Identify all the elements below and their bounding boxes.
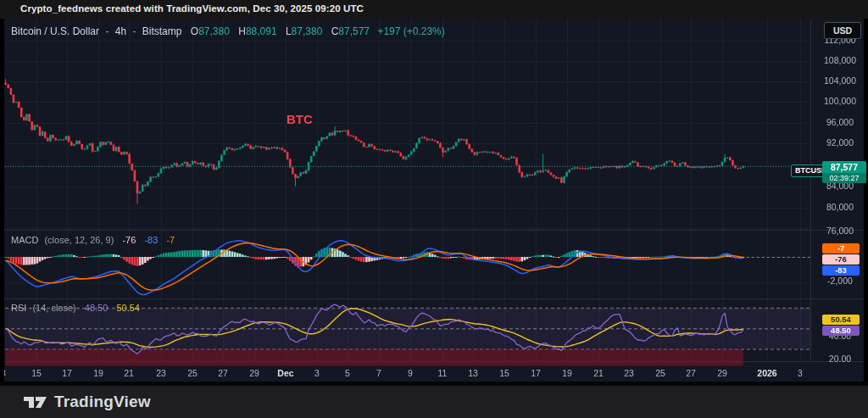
indicator-value-badge: -83 bbox=[822, 265, 860, 276]
time-tick-label: 3 bbox=[798, 368, 803, 378]
open-letter: O bbox=[191, 25, 198, 37]
indicator-value-badge: 50.54 bbox=[822, 315, 860, 325]
time-tick-label: 29 bbox=[717, 368, 727, 378]
footer-bar: TradingView bbox=[0, 386, 868, 418]
indicator-value-badge: 48.50 bbox=[822, 326, 860, 336]
tradingview-brand-text: TradingView bbox=[54, 393, 151, 411]
time-tick-label: 23 bbox=[624, 368, 634, 378]
tradingview-logo-icon bbox=[23, 393, 47, 410]
time-tick-label: 21 bbox=[593, 368, 604, 378]
time-tick-label: 15 bbox=[499, 368, 509, 378]
time-tick-label: 23 bbox=[156, 368, 166, 378]
time-tick-label: 2026 bbox=[757, 368, 776, 378]
high-value: 88,091 bbox=[246, 25, 277, 37]
time-tick-label: 17 bbox=[62, 368, 72, 378]
macd-signal-value: -7 bbox=[166, 235, 175, 245]
time-tick-label: 11 bbox=[438, 368, 448, 378]
time-tick-label: 21 bbox=[124, 368, 134, 378]
macd-label[interactable]: MACD bbox=[11, 235, 38, 245]
price-tick-label: 104,000 bbox=[815, 75, 865, 86]
rsi-ma-value: 50.54 bbox=[116, 303, 140, 313]
title-bar: Crypto_feednews created with TradingView… bbox=[0, 0, 868, 19]
price-tick-label: 92,000 bbox=[815, 137, 865, 148]
macd-params: (close, 12, 26, 9) bbox=[44, 235, 114, 245]
page-title: Crypto_feednews created with TradingView… bbox=[20, 3, 364, 14]
right-edge-strip bbox=[864, 19, 868, 382]
rsi-legend[interactable]: RSI (14, close) 48.50 50.54 bbox=[11, 303, 140, 313]
legend-separator: - bbox=[105, 25, 108, 37]
time-tick-label: 25 bbox=[655, 368, 665, 378]
time-tick-label: 13 bbox=[468, 368, 478, 378]
price-tick-label: 96,000 bbox=[815, 117, 865, 127]
macd-hist-value: -76 bbox=[122, 235, 136, 245]
time-tick-label: 29 bbox=[249, 368, 259, 378]
price-tick-label: 100,000 bbox=[815, 96, 865, 106]
price-chart-canvas[interactable] bbox=[0, 19, 868, 382]
low-value: 87,380 bbox=[292, 25, 323, 37]
time-tick-label: 27 bbox=[218, 368, 228, 378]
symbol-name[interactable]: Bitcoin / U.S. Dollar bbox=[11, 25, 99, 37]
legend-separator: - bbox=[132, 25, 136, 37]
time-tick-label: 19 bbox=[562, 368, 572, 378]
indicator-value-badge: -76 bbox=[822, 254, 860, 265]
high-letter: H bbox=[238, 25, 246, 37]
currency-toggle-button[interactable]: USD bbox=[824, 22, 861, 39]
macd-legend[interactable]: MACD (close, 12, 26, 9) -76 -83 -7 bbox=[11, 235, 175, 245]
macd-line-value: -83 bbox=[144, 235, 158, 245]
low-letter: L bbox=[286, 25, 292, 37]
rsi-params: (14, close) bbox=[32, 303, 75, 313]
tradingview-chart-window: Crypto_feednews created with TradingView… bbox=[0, 0, 868, 418]
exchange-label: Bitstamp bbox=[142, 25, 182, 37]
close-value: 87,577 bbox=[338, 25, 370, 37]
price-tick-label: 80,000 bbox=[815, 202, 865, 212]
time-tick-label: 19 bbox=[93, 368, 103, 378]
time-tick-label: 27 bbox=[686, 368, 696, 378]
current-price-badge: 87,577 02:39:27 bbox=[822, 161, 866, 183]
time-tick-label: 9 bbox=[408, 368, 413, 378]
rsi-tick-label: 20.00 bbox=[815, 354, 865, 364]
current-price-value: 87,577 bbox=[822, 161, 866, 173]
btc-watermark-label: BTC bbox=[287, 112, 313, 126]
bar-countdown: 02:39:27 bbox=[822, 173, 866, 183]
symbol-legend[interactable]: Bitcoin / U.S. Dollar - 4h - Bitstamp O8… bbox=[11, 25, 445, 37]
interval-label[interactable]: 4h bbox=[115, 25, 126, 37]
time-tick-label: 5 bbox=[345, 368, 350, 378]
left-edge-strip bbox=[0, 19, 4, 382]
time-tick-label: 7 bbox=[376, 368, 381, 378]
time-tick-label: 25 bbox=[187, 368, 198, 378]
time-tick-label: 15 bbox=[31, 368, 42, 378]
change-value: +197 (+0.23%) bbox=[377, 25, 444, 37]
time-tick-label: 3 bbox=[314, 368, 320, 378]
price-tick-label: 108,000 bbox=[815, 55, 865, 65]
time-tick-label: 17 bbox=[531, 368, 541, 378]
time-tick-label: Dec bbox=[277, 368, 293, 378]
macd-tick-label: -2,000 bbox=[815, 276, 865, 286]
rsi-label[interactable]: RSI bbox=[11, 303, 26, 313]
rsi-value: 48.50 bbox=[85, 303, 108, 313]
price-tick-label: 76,000 bbox=[815, 226, 865, 236]
indicator-value-badge: -7 bbox=[822, 243, 860, 254]
open-value: 87,380 bbox=[198, 25, 230, 37]
